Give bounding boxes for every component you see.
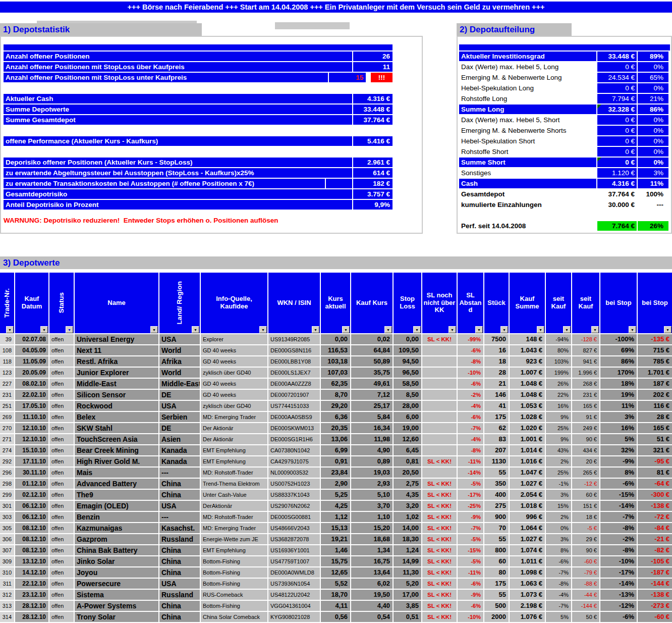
bei-stop-pct-cell: -10%: [600, 556, 637, 566]
filter-button-kauf-datum[interactable]: ▼: [40, 326, 48, 333]
info-quelle-cell: GD 40 weeks: [201, 345, 267, 355]
stueck-cell: 500: [484, 601, 509, 611]
filter-button-stop-loss[interactable]: ▼: [413, 326, 421, 333]
seit-kauf-eur-cell: 231 €: [572, 390, 599, 400]
section-title-depotwerte: 3) Depotwerte: [0, 256, 672, 269]
kauf-datum-cell: 06.12.10: [15, 512, 48, 522]
filter-button-bei-stop-pct[interactable]: ▼: [629, 326, 636, 333]
filter-button-bei-stop-eur[interactable]: ▼: [664, 326, 671, 333]
sl-abstand-cell: -7%: [458, 423, 483, 433]
bei-stop-eur-cell: -300 €: [638, 490, 672, 500]
allocation-row: Perf. seit 14.04.20087.764 €26%: [459, 221, 670, 231]
info-quelle-cell: Bottom-Fishing: [201, 556, 267, 566]
filter-button-seit-kauf-pct[interactable]: ▼: [563, 326, 571, 333]
kurs-aktuell-cell: 5,52: [321, 579, 350, 589]
kurs-aktuell-cell: 62,35: [321, 379, 350, 389]
kauf-summe-cell: 1.001 €: [510, 434, 545, 444]
info-quelle-cell: zyklisch über GD40: [201, 401, 267, 411]
land-region-cell: China: [159, 601, 200, 611]
allocation-value: 7.794 €: [597, 94, 637, 103]
info-quelle-cell: EMT Empfehlung: [201, 545, 267, 555]
wkn-isin-cell: DE000SG1R1H6: [268, 434, 320, 444]
stop-loss-cell: 6,45: [394, 445, 421, 455]
table-row: 31328.12.10offenA-Power SystemsChinaBott…: [0, 601, 672, 611]
bei-stop-pct-cell: -14%: [600, 579, 637, 589]
table-body: 3902.07.08offenUniversal EnergyUSAExplor…: [0, 334, 672, 623]
sl-abstand-cell: -8%: [458, 356, 483, 367]
wkn-isin-cell: DE0007201907: [268, 390, 320, 400]
filter-button-sl-noch-nicht-ueber-kk[interactable]: ▼: [449, 326, 456, 333]
statistic-row: zu erwartende Abgeltungssteuer bei Ausst…: [4, 168, 393, 178]
bei-stop-eur-cell: 81 €: [638, 468, 672, 478]
name-cell: Universal Energy: [75, 334, 158, 344]
allocation-label: Rohstoffe Long: [459, 94, 596, 103]
name-cell: Jinko Solar: [75, 556, 158, 566]
status-cell: offen: [49, 545, 74, 555]
land-region-cell: Kanada: [159, 456, 200, 466]
land-region-cell: Kanada: [159, 445, 200, 455]
statistic-value: 33.448 €: [353, 105, 393, 114]
bei-stop-pct-cell: 19%: [600, 390, 637, 400]
trade-nr-cell: 227: [0, 379, 14, 389]
kauf-datum-cell: 02.07.08: [15, 334, 48, 344]
sl-abstand-cell: -10%: [458, 368, 483, 378]
bei-stop-eur-cell: -95 €: [638, 456, 672, 466]
allocation-label: Cash: [459, 179, 596, 188]
name-cell: Kazmunaigas: [75, 523, 158, 533]
info-quelle-cell: MD: Rohstoff-Trader: [201, 468, 267, 478]
filter-button-name[interactable]: ▼: [150, 326, 158, 333]
table-row: 31428.12.10offenTrony SolarChinaChina So…: [0, 612, 672, 622]
filter-button-wkn-isin[interactable]: ▼: [312, 326, 319, 333]
kauf-kurs-cell: 4,90: [351, 445, 393, 455]
seit-kauf-eur-cell: 91 €: [572, 412, 599, 422]
info-quelle-cell: RUS-Comeback: [201, 590, 267, 600]
status-cell: offen: [49, 412, 74, 422]
filter-button-kauf-kurs[interactable]: ▼: [384, 326, 392, 333]
filter-button-kauf-summe[interactable]: ▼: [537, 326, 544, 333]
kauf-datum-cell: 13.12.10: [15, 556, 48, 566]
trade-nr-cell: 231: [0, 390, 14, 400]
sl-noch-nicht-ueber-kk-cell: SL < KK!: [422, 534, 457, 544]
filter-button-status[interactable]: ▼: [66, 326, 73, 333]
filter-button-kurs-aktuell[interactable]: ▼: [342, 326, 350, 333]
col-header-info-quelle: Info-Quelle, Kaufidee▼: [201, 273, 267, 333]
seit-kauf-pct-cell: 2%: [546, 456, 571, 466]
kauf-kurs-cell: 11,98: [351, 434, 393, 444]
kauf-summe-cell: 1.027 €: [510, 479, 545, 489]
land-region-cell: Russland: [159, 534, 200, 544]
allocation-value: 0 €: [597, 158, 637, 167]
wkn-isin-cell: CA07380N1042: [268, 445, 320, 455]
bei-stop-eur-cell: 321 €: [638, 445, 672, 455]
filter-button-sl-abstand[interactable]: ▼: [475, 326, 483, 333]
trade-nr-cell: 303: [0, 512, 14, 522]
bei-stop-pct-cell: -17%: [600, 567, 637, 578]
statistic-label: Anzahl offener Positionen: [4, 51, 352, 61]
info-quelle-cell: EMT Empfehlung: [201, 445, 267, 455]
kauf-summe-cell: 148 €: [510, 334, 545, 344]
name-cell: Mais: [75, 468, 158, 478]
filter-button-info-quelle[interactable]: ▼: [259, 326, 267, 333]
filter-button-seit-kauf-eur[interactable]: ▼: [591, 326, 599, 333]
status-cell: offen: [49, 423, 74, 433]
trade-nr-cell: 311: [0, 579, 14, 589]
statistic-row: Anteil Depotrisiko in Prozent9,9%: [4, 200, 393, 210]
name-cell: Gazprom: [75, 534, 158, 544]
filter-button-land-region[interactable]: ▼: [192, 326, 199, 333]
trade-nr-cell: 251: [0, 401, 14, 411]
bei-stop-pct-cell: -100%: [600, 334, 637, 344]
bei-stop-eur-cell: 715 €: [638, 345, 672, 355]
table-row: 27415.10.10offenBear Creek MiningKanadaE…: [0, 445, 672, 455]
statistic-value: 15: [329, 73, 366, 82]
filter-button-trade-nr[interactable]: ▼: [6, 326, 14, 333]
allocation-label: Dax (Werte) max. Hebel 5, Short: [459, 115, 596, 125]
trade-nr-cell: 274: [0, 445, 14, 455]
filter-button-stueck[interactable]: ▼: [500, 326, 508, 333]
sl-abstand-cell: -6%: [458, 345, 483, 355]
kurs-aktuell-cell: 6,99: [321, 445, 350, 455]
status-cell: offen: [49, 379, 74, 389]
land-region-cell: Russland: [159, 590, 200, 600]
seit-kauf-pct-cell: 43%: [546, 445, 571, 455]
sl-noch-nicht-ueber-kk-cell: [422, 368, 457, 378]
table-row: 30708.12.10offenChina Bak BatteryChinaEM…: [0, 545, 672, 555]
col-header-kauf-kurs: Kauf Kurs▼: [351, 273, 393, 333]
